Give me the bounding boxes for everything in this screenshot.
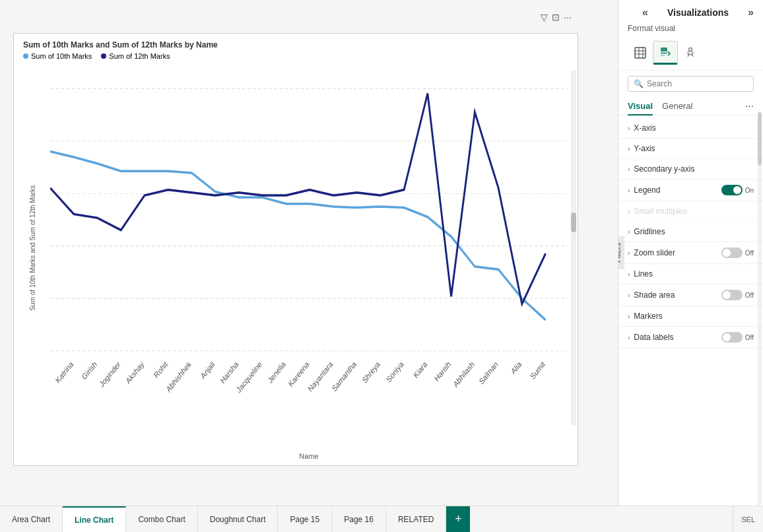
section-markers[interactable]: › Markers [618,306,763,327]
section-label-markers: Markers [634,312,662,321]
format-visual-label: Format visual [618,22,763,38]
legend-toggle[interactable] [721,185,743,195]
svg-text:Sumit: Sumit [529,359,547,382]
accessibility-icon [684,46,697,59]
svg-rect-39 [661,52,667,54]
section-x-axis[interactable]: › X-axis [618,118,763,139]
legend-item-12th: Sum of 12th Marks [101,52,170,60]
sel-tab[interactable]: SEL [733,506,763,532]
zoom-toggle-container: Off [721,248,754,258]
svg-rect-40 [661,55,665,56]
search-box[interactable]: 🔍 [628,76,754,92]
section-label-y-axis: Y-axis [634,144,655,153]
bottom-tab-combo-chart[interactable]: Combo Chart [126,506,197,532]
main-area: ▽ ⊡ ··· Sum of 10th Marks and Sum of 12t… [0,0,763,506]
panel-scrollbar[interactable] [758,112,762,506]
collapse-right-btn[interactable]: » [748,7,754,18]
table-icon [634,46,647,59]
tab-visual[interactable]: Visual [628,97,653,115]
legend-toggle-label: On [745,187,754,194]
chevron-right-icon: › [628,292,630,299]
shade-toggle[interactable] [721,290,743,300]
line-12th-marks [50,93,546,304]
chart-svg-area: 500 450 400 350 300 Ashish Katrina [50,70,568,426]
svg-text:Kiara: Kiara [412,359,429,380]
search-input[interactable] [647,79,748,88]
svg-text:Jenelia: Jenelia [266,359,287,385]
svg-text:Akshay: Akshay [124,359,145,385]
tab-more-btn[interactable]: ··· [745,100,754,112]
chevron-right-icon: › [628,313,630,320]
section-zoom-slider[interactable]: › Zoom slider Off [618,242,763,264]
chevron-right-icon: › [628,187,630,194]
section-data-labels[interactable]: › Data labels Off [618,327,763,349]
legend-toggle-container: On [721,185,754,195]
section-gridlines[interactable]: › Gridlines [618,222,763,242]
zoom-toggle[interactable] [721,248,743,258]
svg-text:Katrina: Katrina [54,359,75,385]
data-labels-toggle-label: Off [745,334,754,341]
collapse-left-btn[interactable]: « [642,7,648,18]
table-icon-btn[interactable] [628,41,653,65]
chart-legend: Sum of 10th Marks Sum of 12th Marks [23,52,170,60]
more-options-icon[interactable]: ··· [564,12,572,22]
svg-text:Joginder: Joginder [98,359,121,389]
svg-text:Anjali: Anjali [199,359,216,380]
filter-icon[interactable]: ▽ [541,12,548,22]
section-legend[interactable]: › Legend On [618,180,763,201]
bottom-tab-page-16[interactable]: Page 16 [332,506,386,532]
bottom-tab-doughnut-chart[interactable]: Doughnut Chart [198,506,279,532]
shade-toggle-container: Off [721,290,754,300]
section-label-data-labels: Data labels [634,333,673,342]
line-chart-svg: 500 450 400 350 300 Ashish Katrina [50,70,568,426]
chevron-right-icon: › [628,271,630,278]
svg-text:Abhilash: Abhilash [451,359,475,389]
svg-rect-33 [635,48,646,58]
svg-text:Rohit: Rohit [152,359,170,380]
section-label-small-multiples: Small multiples [634,207,687,216]
section-label-lines: Lines [634,269,653,279]
tab-general[interactable]: General [662,97,692,115]
chart-scrollbar-v[interactable] [571,70,576,426]
section-secondary-y-axis[interactable]: › Secondary y-axis [618,159,763,180]
section-y-axis[interactable]: › Y-axis [618,139,763,159]
section-small-multiples: › Small multiples [618,201,763,222]
data-labels-toggle-container: Off [721,332,754,343]
section-lines[interactable]: › Lines [618,264,763,284]
chart-scrollbar-thumb [571,213,576,232]
section-label-gridlines: Gridlines [634,227,665,236]
filters-tab[interactable]: Filters [618,236,624,269]
chevron-right-icon: › [628,208,630,215]
format-paint-icon-btn[interactable] [653,41,678,65]
svg-text:Nayantara: Nayantara [306,359,334,393]
accessibility-icon-btn[interactable] [678,41,703,65]
bottom-tab-line-chart[interactable]: Line Chart [63,506,126,532]
svg-text:Shreya: Shreya [360,359,382,385]
section-label-shade-area: Shade area [634,290,675,300]
svg-text:Abhishhek: Abhishhek [164,359,193,393]
bottom-tab-page-15[interactable]: Page 15 [278,506,332,532]
bottom-tab-area-chart[interactable]: Area Chart [0,506,63,532]
bottom-bar: Area Chart Line Chart Combo Chart Doughn… [0,506,763,532]
x-axis-label: Name [50,452,568,460]
section-shade-area[interactable]: › Shade area Off [618,284,763,306]
panel-sections: › X-axis › Y-axis › Secondary y-axis › [618,116,763,506]
panel-title: Visualizations [667,7,729,18]
bottom-tab-related[interactable]: RELATED [386,506,446,532]
chart-title: Sum of 10th Marks and Sum of 12th Marks … [23,40,218,50]
add-page-button[interactable]: + [446,506,470,532]
focus-icon[interactable]: ⊡ [552,12,560,22]
svg-text:Samantha: Samantha [330,359,358,393]
svg-text:Salman: Salman [477,359,499,386]
panel-scrollbar-thumb [758,112,762,165]
svg-rect-38 [661,48,667,51]
chevron-right-icon: › [628,166,630,173]
legend-dot-10th [23,53,28,59]
line-10th-marks [50,151,546,319]
section-label-zoom-slider: Zoom slider [634,248,675,257]
y-axis-label: Sum of 10th Marks and Sum of 12th Marks [19,70,46,426]
chart-toolbar: ▽ ⊡ ··· [541,12,572,22]
chevron-right-icon: › [628,249,630,257]
data-labels-toggle[interactable] [721,332,743,343]
tab-row: Visual General ··· [618,97,763,116]
